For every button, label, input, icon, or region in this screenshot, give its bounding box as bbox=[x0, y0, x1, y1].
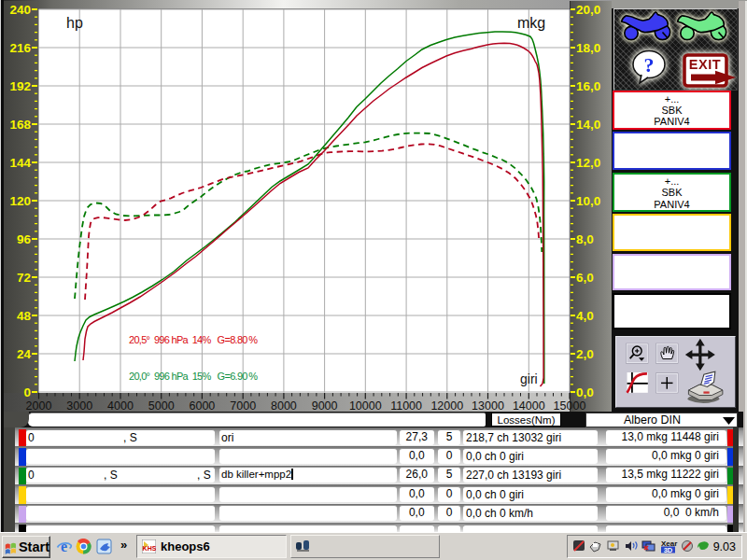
svg-text:14,0: 14,0 bbox=[576, 118, 600, 132]
svg-text:hp: hp bbox=[66, 15, 83, 31]
svg-text:144: 144 bbox=[9, 156, 31, 170]
svg-text:7000: 7000 bbox=[230, 399, 256, 413]
svg-text:KHS: KHS bbox=[143, 545, 156, 552]
svg-text:giri: giri bbox=[520, 371, 538, 386]
svg-text:20,0: 20,0 bbox=[576, 3, 600, 17]
svg-text:168: 168 bbox=[9, 118, 31, 132]
svg-text:0,0: 0,0 bbox=[576, 385, 594, 399]
svg-text:192: 192 bbox=[9, 79, 31, 93]
svg-text:e: e bbox=[61, 539, 67, 554]
svg-text:10,0: 10,0 bbox=[576, 194, 600, 208]
svg-text:3000: 3000 bbox=[66, 399, 92, 413]
svg-text:6,0: 6,0 bbox=[576, 271, 594, 285]
svg-text:24: 24 bbox=[17, 347, 32, 361]
svg-text:11000: 11000 bbox=[390, 399, 422, 413]
svg-text:48: 48 bbox=[17, 309, 32, 323]
svg-text:12000: 12000 bbox=[430, 399, 463, 413]
svg-text:96: 96 bbox=[17, 232, 32, 246]
svg-text:13000: 13000 bbox=[472, 399, 504, 413]
svg-text:14000: 14000 bbox=[513, 399, 545, 413]
svg-text:2000: 2000 bbox=[26, 399, 52, 413]
svg-text:2,0: 2,0 bbox=[576, 347, 594, 361]
svg-text:4000: 4000 bbox=[107, 399, 134, 413]
svg-text:9000: 9000 bbox=[312, 399, 338, 413]
svg-text:8000: 8000 bbox=[271, 399, 297, 413]
svg-text:5000: 5000 bbox=[148, 399, 175, 413]
svg-text:6000: 6000 bbox=[189, 399, 215, 413]
svg-text:20,0° 996 hPa 15% G=6.90 %: 20,0° 996 hPa 15% G=6.90 % bbox=[129, 371, 258, 382]
svg-text:216: 216 bbox=[9, 41, 31, 55]
svg-text:15000: 15000 bbox=[554, 399, 586, 413]
svg-text:16,0: 16,0 bbox=[576, 79, 600, 93]
svg-text:8,0: 8,0 bbox=[576, 232, 594, 246]
svg-text:72: 72 bbox=[17, 271, 31, 285]
svg-text:0: 0 bbox=[23, 385, 31, 399]
svg-text:10000: 10000 bbox=[349, 399, 382, 413]
svg-text:120: 120 bbox=[9, 194, 31, 208]
svg-text:mkg: mkg bbox=[517, 15, 545, 31]
svg-text:18,0: 18,0 bbox=[576, 41, 600, 55]
svg-text:3D: 3D bbox=[664, 546, 673, 554]
svg-text:20,5° 996 hPa 14% G=8.80 %: 20,5° 996 hPa 14% G=8.80 % bbox=[129, 334, 258, 345]
svg-text:12,0: 12,0 bbox=[576, 156, 600, 170]
svg-text:4,0: 4,0 bbox=[576, 309, 594, 323]
svg-text:240: 240 bbox=[9, 3, 31, 17]
